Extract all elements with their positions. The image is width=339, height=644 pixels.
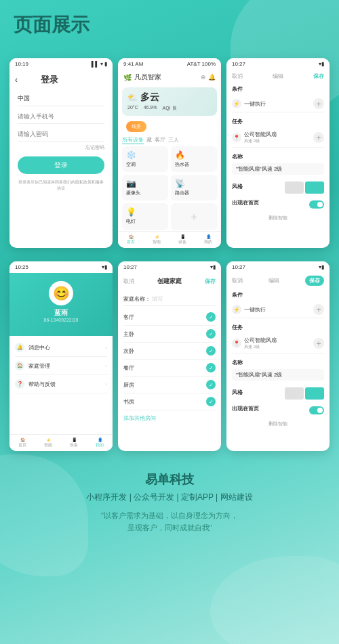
room-kitchen-check: ✓ — [206, 380, 216, 389]
tasks-section-s3: 任务 📍 公司智能风扇 风速 2级 ＋ — [226, 115, 330, 150]
time-s6: 10:27 — [232, 264, 245, 270]
room-kitchen[interactable]: 厨房 ✓ — [123, 377, 216, 393]
menu-home-mgmt[interactable]: 🏠 家庭管理 › — [15, 357, 107, 375]
edit-s3[interactable]: 编辑 — [273, 72, 283, 80]
nav-device-s4[interactable]: 📱设备 — [70, 437, 78, 448]
weather-condition: ⛅ 多云 — [127, 91, 212, 104]
home-name-input[interactable]: 家庭名称： 填写 — [123, 293, 216, 306]
icons-s5: ▾▮ — [210, 264, 216, 270]
all-devices-tab[interactable]: 所有设备 — [122, 136, 144, 144]
add-condition-s6[interactable]: ＋ — [313, 304, 324, 315]
room-second[interactable]: 次卧 ✓ — [123, 343, 216, 360]
cancel-s3[interactable]: 取消 — [232, 72, 243, 80]
add-room-button[interactable]: 添加其他房间 — [118, 410, 221, 426]
wifi-s5: ▾▮ — [210, 264, 216, 270]
nav-smart-s2[interactable]: ⚡智能 — [153, 234, 161, 245]
icons-s6: ▾▮ — [319, 264, 324, 270]
save-s3[interactable]: 保存 — [313, 72, 324, 80]
device-light[interactable]: 💡 电灯 — [122, 203, 168, 230]
room-tab[interactable]: 客厅 — [155, 136, 165, 144]
room-study-label: 书房 — [123, 398, 134, 406]
menu-help[interactable]: ❓ 帮助与反馈 › — [15, 375, 107, 393]
device-heater[interactable]: 🔥 热水器 — [171, 146, 217, 172]
nav-home-s2[interactable]: 🏠首页 — [127, 234, 135, 245]
nav-mine-s4[interactable]: 👤我的 — [96, 437, 104, 448]
wifi-icon: ▾ — [100, 61, 103, 67]
condition-text-s3: 一键执行 — [244, 100, 266, 108]
save-s5[interactable]: 保存 — [205, 278, 216, 285]
conditions-title-s6: 条件 — [232, 291, 324, 299]
nav-mine-s2[interactable]: 👤我的 — [204, 234, 212, 245]
task-text-s3: 公司智能风扇 — [244, 131, 277, 138]
add-device-button[interactable]: ＋ — [171, 203, 217, 230]
add-task-s3[interactable]: ＋ — [313, 132, 324, 143]
add-task-s6[interactable]: ＋ — [313, 338, 324, 349]
rooms-list: 客厅 ✓ 主卧 ✓ 次卧 ✓ 餐厅 ✓ 厨房 ✓ 书房 ✓ — [118, 309, 221, 410]
room-living[interactable]: 客厅 ✓ — [123, 309, 216, 326]
delete-label-s6[interactable]: 删除智能 — [226, 418, 330, 430]
device-name-camera: 摄像头 — [126, 190, 164, 196]
login-title: 登录 — [41, 74, 58, 86]
home-mgmt-icon: 🏠 — [15, 361, 24, 370]
screen-profile: 10:25 ▾▮ 😊 蓝雨 86-13409222/28 🔔 消息中心 › — [9, 261, 113, 451]
nav-smart-s4[interactable]: ⚡智能 — [44, 437, 52, 448]
name-value-s6[interactable]: "智能风扇"风速 2级 — [232, 369, 324, 381]
screen-scene-editor: 10:27 ▾▮ 取消 编辑 保存 条件 ⚡ 一键执行 ＋ 任务 — [226, 58, 330, 248]
menu-messages[interactable]: 🔔 消息中心 › — [15, 339, 107, 357]
login-button[interactable]: 登录 — [18, 156, 104, 174]
tasks-section-s6: 任务 📍 公司智能风扇 风速 2级 ＋ — [226, 321, 330, 356]
time-s5: 10:27 — [123, 264, 137, 270]
user-phone: 86-13409222/28 — [15, 318, 107, 322]
show-home-toggle-s3[interactable] — [309, 200, 324, 209]
weather-info: 20°C 46.9% AQI 良 — [127, 105, 212, 112]
country-selector[interactable]: 中国 — [18, 94, 104, 106]
user-name: 蓝雨 — [15, 308, 107, 318]
task-icon-s3: 📍 — [232, 133, 241, 142]
style-thumb-1[interactable] — [285, 181, 304, 194]
nav-device-s2[interactable]: 📱设备 — [178, 234, 186, 245]
create-home-header: 取消 创建家庭 保存 — [118, 273, 221, 290]
device-router[interactable]: 📡 路由器 — [171, 175, 217, 200]
cancel-s5[interactable]: 取消 — [123, 278, 134, 285]
name-value-s3[interactable]: "智能风扇"风速 2级 — [232, 163, 324, 175]
condition-icon-s3: ⚡ — [232, 99, 241, 108]
room-master-check: ✓ — [206, 329, 216, 339]
screen-smarthome: 9:41 AM AT&T 100% 🌿 凡员智家 ⊕ 🔔 ⛅ 多云 20°C 4… — [118, 58, 221, 248]
delete-label-s3[interactable]: 删除智能 — [226, 212, 330, 224]
style-thumb-s6-1[interactable] — [285, 387, 304, 400]
forgot-password[interactable]: 忘记密码 — [18, 144, 104, 151]
save-s6[interactable]: 保存 — [305, 276, 324, 286]
profile-header: 😊 蓝雨 86-13409222/28 — [9, 273, 113, 336]
tasks-title-s6: 任务 — [232, 324, 324, 331]
device-airconditioner[interactable]: ❄️ 空调 — [122, 146, 168, 172]
room-dining[interactable]: 餐厅 ✓ — [123, 360, 216, 377]
room-master[interactable]: 主卧 ✓ — [123, 326, 216, 343]
back-button[interactable]: ‹ — [15, 75, 18, 85]
time-s4: 10:25 — [15, 264, 28, 270]
cancel-s6[interactable]: 取消 — [232, 277, 243, 284]
condition-item-s6[interactable]: ⚡ 一键执行 ＋ — [232, 301, 324, 318]
password-input[interactable] — [18, 127, 104, 142]
agree-text: 登录表示你已阅读并同意我们的隐私政策和服务协议 — [18, 179, 104, 192]
style-thumb-2[interactable] — [305, 181, 324, 194]
device-camera[interactable]: 📷 摄像头 — [122, 175, 168, 200]
create-home-title: 创建家庭 — [156, 276, 183, 287]
scene-tab[interactable]: 场景 — [126, 121, 146, 132]
fav-tab[interactable]: 藏 — [146, 136, 152, 144]
style-thumb-s6-2[interactable] — [305, 387, 324, 400]
room-study[interactable]: 书房 ✓ — [123, 393, 216, 410]
carrier-s2: AT&T — [187, 61, 201, 67]
status-bar-s2: 9:41 AM AT&T 100% — [118, 58, 221, 70]
status-bar-s4: 10:25 ▾▮ — [9, 261, 113, 273]
add-condition-s3[interactable]: ＋ — [313, 98, 324, 109]
bedroom-tab[interactable]: 三人 — [168, 136, 179, 144]
condition-item-s3[interactable]: ⚡ 一键执行 ＋ — [232, 95, 324, 112]
room-second-label: 次卧 — [123, 347, 134, 355]
task-item-s3[interactable]: 📍 公司智能风扇 风速 2级 ＋ — [232, 128, 324, 148]
task-item-s6[interactable]: 📍 公司智能风扇 风速 2级 ＋ — [232, 334, 324, 353]
show-home-toggle-s6[interactable] — [309, 406, 324, 414]
nav-home-s4[interactable]: 🏠首页 — [18, 437, 26, 448]
phone-input[interactable] — [18, 110, 104, 124]
edit-s6[interactable]: 编辑 — [268, 277, 279, 284]
scene-header-s6: 取消 编辑 保存 — [226, 273, 330, 288]
